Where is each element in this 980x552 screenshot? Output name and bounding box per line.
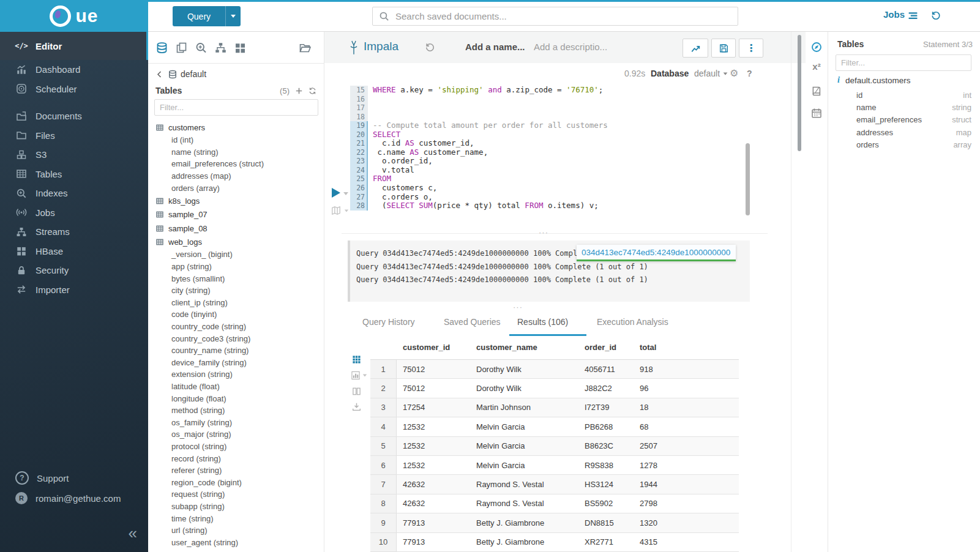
right-column-entry[interactable]: namestring	[856, 101, 971, 113]
column-entry[interactable]: _version_ (bigint)	[155, 248, 324, 261]
panel-scrollbar[interactable]	[798, 35, 801, 151]
column-entry[interactable]: record (string)	[155, 453, 324, 465]
column-entry[interactable]: longitude (float)	[155, 393, 324, 405]
right-filter-input[interactable]	[836, 54, 971, 71]
help-button[interactable]: ?	[747, 69, 752, 78]
chart-view-button[interactable]	[351, 371, 367, 380]
table-row[interactable]: 412532Melvin GarciaPB626868	[370, 417, 739, 436]
database-source-icon[interactable]	[155, 42, 168, 54]
table-entry[interactable]: customers	[155, 121, 324, 134]
column-entry[interactable]: orders (array)	[155, 182, 324, 195]
sidebar-item-jobs[interactable]: Jobs	[0, 203, 148, 223]
assist-language-docs-icon[interactable]	[811, 86, 822, 97]
resize-handle[interactable]: ···	[539, 228, 548, 236]
assist-explore-icon[interactable]	[811, 42, 822, 53]
table-row[interactable]: 742632Raymond S. VestalHS31241944	[370, 475, 739, 494]
column-entry[interactable]: time (string)	[155, 513, 324, 525]
refresh-icon[interactable]	[309, 87, 316, 95]
column-entry[interactable]: os_major (string)	[155, 428, 324, 441]
sidebar-item-hbase[interactable]: HBase	[0, 242, 148, 261]
engine-name[interactable]: Impala	[364, 40, 398, 53]
new-query-button[interactable]: Query	[173, 6, 241, 26]
history-icon[interactable]	[930, 10, 941, 21]
column-entry[interactable]: app (string)	[155, 261, 324, 273]
table-row[interactable]: 317254Martin JohnsonI72T3918	[370, 398, 739, 417]
column-entry[interactable]: subapp (string)	[155, 501, 324, 513]
right-column-entry[interactable]: ordersarray	[856, 139, 971, 151]
documents-source-icon[interactable]	[175, 42, 188, 54]
sidebar-item-user[interactable]: R romain@gethue.com	[15, 492, 121, 504]
table-entry[interactable]: web_logs	[155, 235, 324, 248]
column-entry[interactable]: id (int)	[155, 134, 324, 146]
table-entry[interactable]: sample_07	[155, 208, 324, 222]
resize-handle[interactable]: ···	[513, 303, 523, 311]
tab-saved-queries[interactable]: Saved Queries	[444, 317, 501, 327]
save-button[interactable]	[711, 39, 736, 58]
sitemap-source-icon[interactable]	[214, 42, 227, 54]
assist-schedule-icon[interactable]	[811, 108, 822, 119]
right-column-entry[interactable]: idint	[856, 89, 971, 101]
editor-scrollbar[interactable]	[746, 143, 750, 215]
column-entry[interactable]: extension (string)	[155, 368, 324, 381]
hue-logo[interactable]: ue	[0, 0, 148, 32]
sidebar-item-dashboard[interactable]: Dashboard	[0, 60, 148, 80]
column-entry[interactable]: email_preferences (struct)	[155, 158, 324, 170]
code-editor[interactable]: 15WHERE a.key = 'shipping' and a.zip_cod…	[350, 86, 608, 211]
table-row[interactable]: 175012Dorothy Wilk4056711918	[370, 360, 739, 379]
query-name-field[interactable]: Add a name...	[465, 42, 525, 52]
sidebar-item-tables[interactable]: Tables	[0, 165, 148, 184]
query-history-icon[interactable]	[425, 42, 435, 53]
column-entry[interactable]: code (tinyint)	[155, 308, 324, 321]
column-entry[interactable]: latitude (float)	[155, 381, 324, 393]
column-entry[interactable]: addresses (map)	[155, 170, 324, 182]
sidebar-item-support[interactable]: ? Support	[15, 471, 69, 485]
sidebar-item-importer[interactable]: Importer	[0, 280, 148, 300]
table-entry[interactable]: k8s_logs	[155, 194, 324, 207]
column-entry[interactable]: client_ip (string)	[155, 297, 324, 309]
table-entry[interactable]: sample_08	[155, 222, 324, 235]
active-table-entry[interactable]: i default.customers	[837, 75, 910, 85]
database-selector[interactable]: default	[694, 69, 728, 78]
sidebar-item-s3[interactable]: S3	[0, 145, 148, 165]
sidebar-item-files[interactable]: Files	[0, 126, 148, 146]
sidebar-item-indexes[interactable]: Indexes	[0, 184, 148, 203]
column-header[interactable]: customer_name	[470, 343, 578, 352]
folder-open-icon[interactable]	[299, 42, 312, 54]
column-entry[interactable]: bytes (smallint)	[155, 273, 324, 285]
run-options-caret-icon[interactable]	[343, 192, 348, 195]
table-row[interactable]: 275012Dorothy WilkJ882C296	[370, 379, 739, 398]
table-row[interactable]: 512532Melvin GarciaB8623C2507	[370, 437, 739, 456]
column-entry[interactable]: name (string)	[155, 146, 324, 159]
explain-button[interactable]	[331, 206, 349, 215]
hbase-source-icon[interactable]	[234, 42, 247, 54]
table-row[interactable]: 842632Raymond S. VestalBS59022798	[370, 494, 739, 513]
tab-results-106[interactable]: Results (106)	[517, 317, 568, 327]
query-description-field[interactable]: Add a descriptio...	[534, 42, 607, 52]
query-id-popover[interactable]: 034d413ec7474ed5:4249de1000000000	[577, 245, 736, 261]
column-entry[interactable]: referer (string)	[155, 464, 324, 477]
jobs-link[interactable]: Jobs	[883, 9, 905, 20]
column-header[interactable]: total	[634, 343, 739, 352]
sidebar-item-scheduler[interactable]: Scheduler	[0, 80, 148, 99]
plus-icon[interactable]	[295, 87, 303, 95]
run-query-button[interactable]	[332, 188, 340, 198]
column-entry[interactable]: method (string)	[155, 405, 324, 417]
table-row[interactable]: 612532Melvin GarciaR9S8381278	[370, 456, 739, 475]
column-entry[interactable]: region_code (bigint)	[155, 477, 324, 489]
sidebar-collapse-button[interactable]: «	[129, 525, 137, 541]
column-header[interactable]: customer_id	[397, 343, 470, 352]
database-breadcrumb[interactable]: default	[155, 69, 206, 79]
right-column-entry[interactable]: addressesmap	[856, 126, 971, 138]
table-row[interactable]: 977913Betty J. GiambroneDN88151320	[370, 513, 739, 532]
column-entry[interactable]: country_code (string)	[155, 321, 324, 333]
column-entry[interactable]: protocol (string)	[155, 441, 324, 453]
gear-icon[interactable]: ⚙	[730, 67, 738, 79]
download-icon[interactable]	[352, 402, 361, 411]
column-entry[interactable]: device_family (string)	[155, 357, 324, 369]
sidebar-item-streams[interactable]: Streams	[0, 222, 148, 242]
chart-button[interactable]	[683, 39, 708, 58]
sidebar-item-security[interactable]: Security	[0, 261, 148, 280]
column-entry[interactable]: city (string)	[155, 285, 324, 297]
column-header[interactable]: order_id	[578, 343, 634, 352]
column-entry[interactable]: country_name (string)	[155, 345, 324, 357]
